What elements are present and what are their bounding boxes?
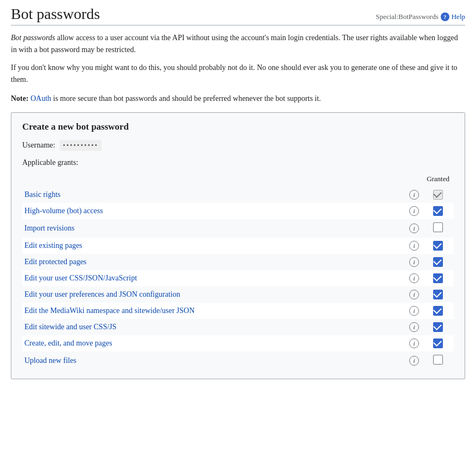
info-icon-create-edit-move[interactable]: i — [409, 338, 419, 348]
grant-link-high-volume[interactable]: High-volume (bot) access — [24, 207, 103, 215]
checkbox-edit-sitewide-css[interactable] — [433, 322, 443, 332]
info-icon-basic-rights[interactable]: i — [409, 190, 419, 200]
grant-link-import-revisions[interactable]: Import revisions — [24, 224, 74, 232]
grant-granted-header: Granted — [422, 173, 454, 187]
grant-link-basic-rights[interactable]: Basic rights — [24, 190, 61, 199]
checkbox-create-edit-move[interactable] — [433, 338, 443, 348]
grant-row-import-revisions: Import revisionsi — [22, 219, 454, 238]
checkbox-edit-user-prefs[interactable] — [433, 290, 443, 299]
grant-row-edit-existing: Edit existing pagesi — [22, 238, 454, 254]
info-icon-edit-mediawiki[interactable]: i — [409, 306, 419, 316]
grants-table: Granted Basic rightsiHigh-volume (bot) a… — [22, 173, 454, 370]
checkbox-basic-rights — [433, 190, 443, 200]
grants-header-row: Granted — [22, 173, 454, 187]
bot-passwords-bold: Bot passwords — [11, 34, 55, 42]
help-link[interactable]: Help — [452, 12, 465, 21]
username-label: Username: — [22, 141, 55, 150]
grant-row-create-edit-move: Create, edit, and move pagesi — [22, 335, 454, 352]
grant-link-edit-user-css[interactable]: Edit your user CSS/JSON/JavaScript — [24, 274, 137, 282]
checkbox-upload-files[interactable] — [433, 355, 443, 365]
grant-info-header — [406, 173, 422, 187]
grant-link-edit-protected[interactable]: Edit protected pages — [24, 258, 86, 266]
title-text: Bot passwords — [11, 5, 100, 23]
info-icon-import-revisions[interactable]: i — [409, 223, 419, 233]
username-value: •••••••••• — [60, 140, 102, 151]
checkbox-edit-user-css[interactable] — [433, 273, 443, 283]
grant-row-edit-protected: Edit protected pagesi — [22, 254, 454, 270]
info-icon-edit-user-css[interactable]: i — [409, 273, 419, 283]
page-title: Bot passwords Special:BotPasswords ? Hel… — [11, 5, 465, 25]
intro-text-1: allow access to a user account via the A… — [11, 34, 458, 54]
special-page-name: Special:BotPasswords — [376, 12, 439, 21]
help-icon[interactable]: ? — [441, 12, 449, 21]
grant-row-upload-files: Upload new filesi — [22, 352, 454, 370]
grant-link-edit-user-prefs[interactable]: Edit your user preferences and JSON conf… — [24, 290, 180, 298]
grant-link-upload-files[interactable]: Upload new files — [24, 356, 77, 365]
create-box: Create a new bot password Username: ••••… — [11, 112, 465, 379]
note-label: Note: — [11, 94, 29, 103]
checkbox-high-volume[interactable] — [433, 206, 443, 216]
info-icon-edit-protected[interactable]: i — [409, 257, 419, 267]
grant-row-edit-sitewide-css: Edit sitewide and user CSS/JSi — [22, 319, 454, 335]
grant-row-high-volume: High-volume (bot) accessi — [22, 203, 454, 219]
intro-paragraph-1: Bot passwords allow access to a user acc… — [11, 32, 465, 56]
info-icon-edit-sitewide-css[interactable]: i — [409, 322, 419, 332]
grant-row-edit-mediawiki: Edit the MediaWiki namespace and sitewid… — [22, 303, 454, 319]
grant-row-edit-user-prefs: Edit your user preferences and JSON conf… — [22, 286, 454, 303]
create-box-title: Create a new bot password — [22, 122, 454, 132]
checkbox-edit-mediawiki[interactable] — [433, 306, 443, 316]
username-field-row: Username: •••••••••• — [22, 140, 454, 151]
grant-row-edit-user-css: Edit your user CSS/JSON/JavaScripti — [22, 270, 454, 286]
special-page-link-area: Special:BotPasswords ? Help — [376, 12, 465, 21]
note-paragraph: Note: OAuth is more secure than bot pass… — [11, 93, 465, 105]
grant-link-edit-existing[interactable]: Edit existing pages — [24, 241, 82, 250]
checkbox-import-revisions[interactable] — [433, 222, 443, 232]
oauth-link[interactable]: OAuth — [30, 94, 51, 103]
checkbox-edit-protected[interactable] — [433, 257, 443, 267]
note-suffix: is more secure than bot passwords and sh… — [51, 94, 321, 103]
grant-name-header — [22, 173, 406, 187]
grant-link-edit-sitewide-css[interactable]: Edit sitewide and user CSS/JS — [24, 323, 117, 331]
grant-link-edit-mediawiki[interactable]: Edit the MediaWiki namespace and sitewid… — [24, 306, 195, 315]
intro-paragraph-2: If you don't know why you might want to … — [11, 62, 465, 86]
info-icon-edit-existing[interactable]: i — [409, 241, 419, 251]
grant-row-basic-rights: Basic rightsi — [22, 187, 454, 203]
info-icon-upload-files[interactable]: i — [409, 356, 419, 366]
checkbox-edit-existing[interactable] — [433, 241, 443, 251]
grant-link-create-edit-move[interactable]: Create, edit, and move pages — [24, 339, 112, 347]
info-icon-edit-user-prefs[interactable]: i — [409, 290, 419, 299]
grants-label: Applicable grants: — [22, 158, 454, 167]
info-icon-high-volume[interactable]: i — [409, 206, 419, 216]
